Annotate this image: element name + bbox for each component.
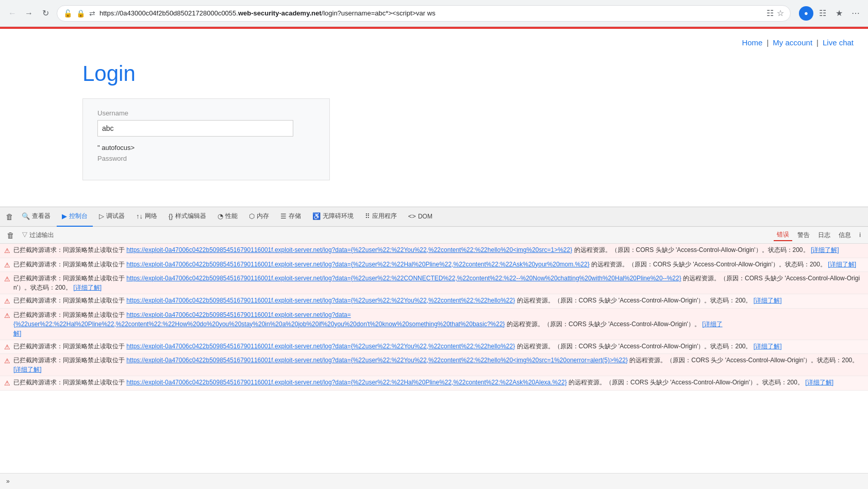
url-domain: web-security-academy.net xyxy=(238,9,322,17)
network-icon: ↑↓ xyxy=(136,212,143,220)
message-link-1[interactable]: https://exploit-0a47006c0422b50985451679… xyxy=(126,246,572,254)
url-suffix: /login?username=abc*><script>var ws xyxy=(322,9,436,17)
detail-link-4[interactable]: [详细了解] xyxy=(754,297,782,304)
tab-dom-label: DOM xyxy=(418,213,432,220)
message-text-3: 已拦截跨源请求：同源策略禁止读取位于 https://exploit-0a470… xyxy=(13,274,864,292)
tab-console[interactable]: ▶ 控制台 xyxy=(57,207,93,227)
tab-console-label: 控制台 xyxy=(69,212,88,221)
url-display: https://0a43000c04f2b50d85021728000c0055… xyxy=(99,9,762,17)
level-more-button[interactable]: i xyxy=(856,229,864,241)
my-account-link[interactable]: My account xyxy=(773,38,812,47)
refresh-button[interactable]: ↻ xyxy=(38,6,53,21)
tab-application-label: 应用程序 xyxy=(372,212,397,221)
tab-network[interactable]: ↑↓ 网络 xyxy=(131,207,162,227)
extensions-icon: ☷ xyxy=(766,8,774,18)
nav-separator-1: | xyxy=(766,38,769,47)
star-icon[interactable]: ☆ xyxy=(777,8,784,18)
page-content: Home | My account | Live chat Login User… xyxy=(0,29,868,207)
console-message-3: ⚠ 已拦截跨源请求：同源策略禁止读取位于 https://exploit-0a4… xyxy=(0,272,868,294)
console-message-2: ⚠ 已拦截跨源请求：同源策略禁止读取位于 https://exploit-0a4… xyxy=(0,258,868,273)
message-link-2[interactable]: https://exploit-0a47006c0422b50985451679… xyxy=(126,261,589,268)
tab-storage[interactable]: ☰ 存储 xyxy=(275,207,306,227)
message-text-4: 已拦截跨源请求：同源策略禁止读取位于 https://exploit-0a470… xyxy=(13,296,864,305)
profile-button[interactable]: ● xyxy=(799,6,813,21)
error-icon-7: ⚠ xyxy=(4,356,10,366)
level-logs-button[interactable]: 日志 xyxy=(815,229,833,241)
expand-more-button[interactable]: » xyxy=(4,476,12,487)
username-input[interactable] xyxy=(97,120,293,137)
devtools-tab-bar: 🗑 🔍 查看器 ▶ 控制台 ▷ 调试器 ↑↓ 网络 {} 样式编辑器 ◔ 性能 … xyxy=(0,207,868,227)
tab-accessibility[interactable]: ♿ 无障碍环境 xyxy=(307,207,359,227)
home-link[interactable]: Home xyxy=(742,38,762,47)
console-message-4: ⚠ 已拦截跨源请求：同源策略禁止读取位于 https://exploit-0a4… xyxy=(0,294,868,309)
detail-link-7[interactable]: [详细了解] xyxy=(13,366,42,373)
detail-link-6[interactable]: [详细了解] xyxy=(754,343,782,350)
live-chat-link[interactable]: Live chat xyxy=(823,38,854,47)
tab-debugger-label: 调试器 xyxy=(106,212,125,221)
detail-link-1[interactable]: [详细了解] xyxy=(811,246,839,254)
detail-link-3[interactable]: [详细了解] xyxy=(73,284,102,291)
level-info-button[interactable]: 信息 xyxy=(836,229,854,241)
message-link-6[interactable]: https://exploit-0a47006c0422b50985451679… xyxy=(126,343,515,350)
inspector-icon: 🔍 xyxy=(22,212,30,220)
accessibility-icon: ♿ xyxy=(312,212,321,220)
message-link-7[interactable]: https://exploit-0a47006c0422b50985451679… xyxy=(126,357,628,364)
performance-icon: ◔ xyxy=(218,212,223,220)
level-errors-button[interactable]: 错误 xyxy=(774,229,792,241)
lock-icon: 🔒 xyxy=(76,9,85,18)
message-text-1: 已拦截跨源请求：同源策略禁止读取位于 https://exploit-0a470… xyxy=(13,245,864,255)
detail-link-2[interactable]: [详细了解] xyxy=(828,261,856,268)
back-button[interactable]: ← xyxy=(5,6,20,21)
tab-style-label: 样式编辑器 xyxy=(175,212,206,221)
console-message-1: ⚠ 已拦截跨源请求：同源策略禁止读取位于 https://exploit-0a4… xyxy=(0,244,868,258)
style-icon: {} xyxy=(169,212,173,220)
tab-dom[interactable]: <> DOM xyxy=(403,207,438,227)
tab-application[interactable]: ⠿ 应用程序 xyxy=(360,207,402,227)
message-text-2: 已拦截跨源请求：同源策略禁止读取位于 https://exploit-0a470… xyxy=(13,260,864,269)
detail-link-8[interactable]: [详细了解] xyxy=(805,379,833,386)
toolbar-icons: ● ☷ ★ ⋯ xyxy=(799,6,863,21)
filter-label: ▽ 过滤输出 xyxy=(22,231,54,240)
bookmark-button[interactable]: ★ xyxy=(832,6,846,21)
message-text-6: 已拦截跨源请求：同源策略禁止读取位于 https://exploit-0a470… xyxy=(13,342,864,351)
message-link-3[interactable]: https://exploit-0a47006c0422b50985451679… xyxy=(126,275,681,282)
message-text-5: 已拦截跨源请求：同源策略禁止读取位于 https://exploit-0a470… xyxy=(13,310,864,338)
message-link-8[interactable]: https://exploit-0a47006c0422b50985451679… xyxy=(126,379,566,386)
address-icons: ☷ ☆ xyxy=(766,8,784,18)
login-section: Login Username " autofocus> Password xyxy=(0,56,868,180)
console-icon: ▶ xyxy=(62,212,67,220)
filter-area: ▽ 过滤输出 xyxy=(22,231,769,240)
tab-inspector-label: 查看器 xyxy=(32,212,51,221)
browser-chrome: ← → ↻ 🔓 🔒 ⇄ https://0a43000c04f2b50d8502… xyxy=(0,0,868,27)
console-message-6: ⚠ 已拦截跨源请求：同源策略禁止读取位于 https://exploit-0a4… xyxy=(0,340,868,355)
nav-separator-2: | xyxy=(816,38,819,47)
message-text-8: 已拦截跨源请求：同源策略禁止读取位于 https://exploit-0a470… xyxy=(13,378,864,387)
level-warnings-button[interactable]: 警告 xyxy=(794,229,813,241)
tab-style-editor[interactable]: {} 样式编辑器 xyxy=(163,207,211,227)
address-bar[interactable]: 🔓 🔒 ⇄ https://0a43000c04f2b50d8502172800… xyxy=(57,5,791,22)
tab-debugger[interactable]: ▷ 调试器 xyxy=(94,207,130,227)
error-icon-3: ⚠ xyxy=(4,274,10,284)
nav-buttons: ← → ↻ xyxy=(5,6,53,21)
login-title: Login xyxy=(82,61,868,86)
tab-performance-label: 性能 xyxy=(225,212,238,221)
extensions-button[interactable]: ☷ xyxy=(815,6,830,21)
more-menu-button[interactable]: ⋯ xyxy=(848,6,863,21)
devtools-panel: 🗑 🔍 查看器 ▶ 控制台 ▷ 调试器 ↑↓ 网络 {} 样式编辑器 ◔ 性能 … xyxy=(0,207,868,489)
tab-performance[interactable]: ◔ 性能 xyxy=(212,207,243,227)
injected-text: " autofocus> xyxy=(97,144,315,151)
message-link-5[interactable]: https://exploit-0a47006c0422b50985451679… xyxy=(13,311,505,328)
tab-accessibility-label: 无障碍环境 xyxy=(323,212,354,221)
tab-storage-label: 存储 xyxy=(289,212,301,221)
clear-console-button[interactable]: 🗑 xyxy=(3,211,15,223)
error-icon-6: ⚠ xyxy=(4,342,10,352)
clear-log-button[interactable]: 🗑 xyxy=(4,229,16,241)
forward-button[interactable]: → xyxy=(22,6,36,21)
dom-icon: <> xyxy=(408,212,416,220)
application-icon: ⠿ xyxy=(365,212,370,220)
tab-memory[interactable]: ⬡ 内存 xyxy=(244,207,274,227)
tab-inspector[interactable]: 🔍 查看器 xyxy=(16,207,56,227)
password-label: Password xyxy=(97,155,315,162)
console-message-5: ⚠ 已拦截跨源请求：同源策略禁止读取位于 https://exploit-0a4… xyxy=(0,309,868,340)
message-link-4[interactable]: https://exploit-0a47006c0422b50985451679… xyxy=(126,297,515,304)
